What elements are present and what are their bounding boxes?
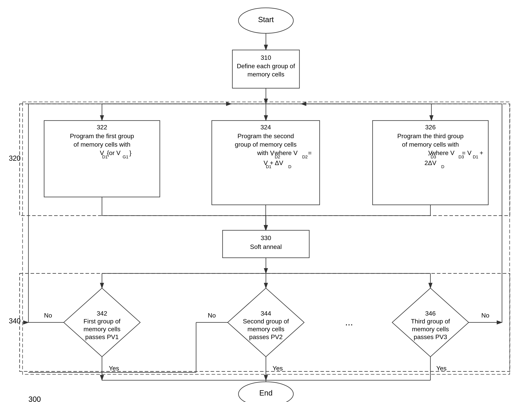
svg-text:326: 326 (425, 124, 436, 131)
svg-text:D1: D1 (473, 154, 478, 159)
svg-text:Yes: Yes (436, 365, 447, 372)
svg-text:group of memory cells: group of memory cells (235, 141, 297, 148)
svg-text:memory cells: memory cells (247, 71, 284, 78)
end-label: End (259, 389, 272, 397)
svg-text:First group of: First group of (83, 318, 120, 325)
svg-text:= V: = V (462, 149, 472, 157)
svg-text:passes PV1: passes PV1 (85, 333, 119, 340)
svg-text:No: No (481, 312, 489, 319)
svg-text:of memory cells with: of memory cells with (402, 141, 459, 148)
svg-text:, where V: , where V (428, 149, 455, 157)
svg-text:Soft anneal: Soft anneal (250, 243, 282, 250)
svg-text:Third group of: Third group of (411, 318, 450, 325)
start-label: Start (258, 15, 274, 24)
svg-text:D: D (441, 164, 444, 169)
svg-text:Second group of: Second group of (243, 318, 289, 325)
svg-text:330: 330 (261, 234, 271, 241)
svg-text:+: + (480, 149, 483, 157)
g320-label: 320 (9, 154, 21, 162)
svg-text:No: No (44, 312, 52, 319)
svg-text:{or V: {or V (107, 149, 120, 157)
svg-text:Program the third group: Program the third group (397, 132, 463, 139)
figure-label: 300 (28, 395, 41, 402)
svg-text:passes PV2: passes PV2 (249, 333, 283, 340)
svg-text:324: 324 (260, 124, 271, 131)
svg-text:322: 322 (97, 124, 107, 131)
svg-text:2ΔV: 2ΔV (424, 159, 437, 166)
svg-text:memory cells: memory cells (412, 326, 449, 333)
n310-label: 310 (261, 54, 271, 61)
svg-text:Yes: Yes (272, 365, 283, 372)
svg-text:344: 344 (261, 310, 271, 317)
svg-text:passes PV3: passes PV3 (414, 333, 447, 340)
diagram-container: Start 310 Define each group of memory ce… (0, 0, 532, 402)
svg-text:342: 342 (97, 310, 107, 317)
svg-text:Program the second: Program the second (237, 132, 294, 139)
svg-text:D2: D2 (302, 154, 308, 159)
svg-text:D: D (288, 164, 291, 169)
svg-text:=: = (308, 149, 312, 157)
svg-text:Define each group of: Define each group of (237, 63, 295, 69)
svg-text:...: ... (345, 317, 353, 327)
svg-text:Yes: Yes (109, 365, 119, 372)
svg-text:No: No (208, 312, 216, 319)
svg-text:G1: G1 (123, 154, 128, 159)
svg-text:memory cells: memory cells (83, 326, 120, 333)
svg-text:+ ΔV: + ΔV (270, 159, 283, 166)
svg-text:346: 346 (425, 310, 436, 317)
svg-text:}: } (129, 149, 132, 157)
svg-text:memory cells: memory cells (247, 326, 284, 333)
svg-text:of memory cells with: of memory cells with (74, 141, 130, 148)
svg-text:Program the first group: Program the first group (70, 132, 134, 139)
svg-text:, where V: , where V (271, 149, 298, 157)
g340-label: 340 (9, 317, 21, 325)
